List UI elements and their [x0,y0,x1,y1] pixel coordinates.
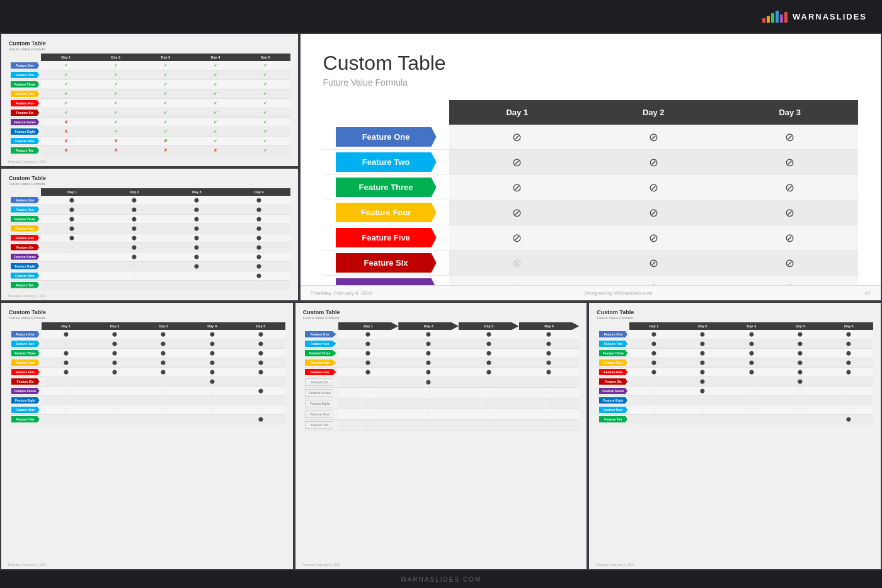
bottom-bar: WARNASLIDES.COM [0,570,882,588]
table-row: Feature Four ⊘ ⊘ ⊘ [323,200,858,225]
slide-small-mid-inner: Custom Table Future Value Formula Day 1 … [1,169,298,301]
col-day1: Day 1 [41,54,91,61]
main-feature-table: Day 1 Day 2 Day 3 Feature One ⊘ ⊘ ⊘ Feat… [323,100,858,302]
table-row: Feature Eight◌◌◌◌◌ [597,396,873,405]
table-row: Feature Six ◌ ⬤ ⬤ ⬤ [9,242,290,252]
feature-label: Feature One [11,62,39,69]
logo-bar-1 [762,18,765,23]
slide-mid-subtitle: Future Value Formula [9,182,290,186]
table-row: Feature One ✔ ✔ ✔ ✔ ✔ [9,61,290,71]
logo-bar-6 [784,12,788,23]
table-row: Feature Five ✔ ✔ ✔ ✔ ✔ [9,99,290,108]
bottom-table-3: Day 1 Day 2 Day 3 Day 4 Day 5 Feature On… [597,322,873,424]
table-row: Feature Six◌⬤◌⬤◌ [597,377,873,387]
table-row: Feature Six ✔ ✔ ✔ ✔ ✔ [9,108,290,118]
left-column: Custom Table Future Value Formula Day 1 … [0,33,299,302]
table-row: Feature Seven◌◌◌◌ [303,388,580,399]
table-row: Feature Five⬤⬤⬤⬤ [303,368,580,377]
table-row: Feature Seven◌◌◌◌⬤ [9,387,285,396]
feature-three-label: Feature Three [336,178,437,197]
table-row: Feature Two◌⬤⬤⬤⬤ [9,339,285,349]
bottom-table-1: Day 1 Day 2 Day 3 Day 4 Day 5 Feature On… [9,322,285,424]
table-row: Feature Seven ✘ ✔ ✔ ✔ ✔ [9,118,290,127]
slide-main: Custom Table Future Value Formula Day 1 … [299,33,882,302]
slide-small-top: Custom Table Future Value Formula Day 1 … [0,33,299,167]
logo-bar-4 [776,11,779,23]
x-icon: ⊗ [512,257,522,269]
table-row: Feature Three⬤⬤⬤⬤⬤ [597,349,873,358]
bottom-1-inner: Custom Table Future Value Formula Day 1 … [1,303,293,569]
logo-icon [762,10,788,23]
table-row: Feature Nine◌◌◌◌ [303,409,580,420]
table-row: Feature Ten ✘ ✘ ✘ ✘ ✔ [9,146,290,155]
check-icon: ✔ [64,63,68,67]
table-row: Feature Three⬤⬤⬤⬤⬤ [9,349,285,358]
table-row: Feature One ⬤ ⬤ ⬤ ⬤ [9,196,290,205]
table-row: Feature Three ✔ ✔ ✔ ✔ ✔ [9,80,290,89]
table-row: Feature Ten ◌ ◌ ◌ ◌ [9,280,290,290]
small-table-mid: Day 1 Day 2 Day 3 Day 4 Feature One ⬤ ⬤ … [9,188,290,290]
slide-footer-date2: Thursday, February 6, 2020 [8,294,46,298]
table-row: Feature Ten◌◌◌◌⬤ [597,415,873,424]
slide-small-top-inner: Custom Table Future Value Formula Day 1 … [1,34,298,166]
table-row: Feature Six◌⬤◌◌ [303,377,580,388]
table-row: Feature Four⬤⬤⬤⬤⬤ [9,358,285,368]
table-row: Feature Two⬤⬤⬤⬤ [303,339,580,349]
table-row: Feature Seven ◌ ⬤ ⬤ ⬤ [9,252,290,261]
col-day4: Day 4 [190,54,240,61]
table-row: Feature Nine◌◌◌◌◌ [9,405,285,415]
table-row: Feature One⬤⬤⬤⬤ [303,330,580,339]
table-row: Feature One⬤⬤⬤⬤⬤ [597,330,873,339]
table-row: Feature Six ⊗ ⊘ ⊘ [323,251,858,276]
slide-small-mid: Custom Table Future Value Formula Day 1 … [0,167,299,302]
slide-bottom-1: Custom Table Future Value Formula Day 1 … [0,302,294,570]
main-col-day1: Day 1 [449,100,585,125]
footer-page: 47 [865,290,871,296]
table-row: Feature Four⬤⬤⬤⬤ [303,358,580,368]
slide-small-top-title: Custom Table [9,40,290,47]
small-table-top: Day 1 Day 2 Day 3 Day 4 Day 5 Feature On… [9,54,290,155]
table-row: Feature Nine◌◌◌◌◌ [597,405,873,415]
b3-subtitle: Future Value Formula [597,316,873,320]
logo-bar-5 [780,14,783,23]
table-row: Feature Three ⬤ ⬤ ⬤ ⬤ [9,214,290,223]
feature-one-label: Feature One [336,127,437,147]
main-slide-footer: Thursday, February 6, 2020 Designed by W… [301,285,881,300]
table-row: Feature Five ⊘ ⊘ ⊘ [323,225,858,251]
table-row: Feature Five ⬤ ⬤ ⬤ ⬤ [9,233,290,242]
feature-five-label: Feature Five [336,228,437,247]
main-slide-content: Custom Table Future Value Formula Day 1 … [301,34,881,300]
table-row: Feature Eight◌◌◌◌ [303,399,580,409]
table-row: Feature Five⬤⬤⬤⬤⬤ [597,368,873,377]
col-day3: Day 3 [140,54,190,61]
table-row: Feature Four ✔ ✔ ✔ ✔ ✔ [9,89,290,99]
brand-name: WARNASLIDES [793,12,867,21]
logo-area: WARNASLIDES [762,10,867,23]
slides-grid: Custom Table Future Value Formula Day 1 … [0,33,882,570]
footer-credit: Designed by Warnaslides.com [585,290,653,296]
logo-bar-3 [771,13,774,23]
website-text: WARNASLIDES.COM [401,576,482,583]
table-row: Feature Ten◌◌◌◌ [303,420,580,431]
bottom-slides-row: Custom Table Future Value Formula Day 1 … [0,302,882,570]
slide-small-top-subtitle: Future Value Formula [9,47,290,51]
main-title: Custom Table [323,52,858,75]
logo-bar-2 [767,16,770,23]
b3-title: Custom Table [597,309,873,315]
b1-footer: Thursday, February 6, 2020 [8,563,46,567]
table-row: Feature Eight ◌ ◌ ⬤ ⬤ [9,261,290,271]
footer-date: Thursday, February 6, 2020 [311,290,372,296]
table-row: Feature Two ⊘ ⊘ ⊘ [323,150,858,175]
b3-footer: Thursday, February 6, 2020 [595,563,634,567]
b2-title: Custom Table [303,309,580,315]
table-row: Feature Two ⬤ ⬤ ⬤ ⬤ [9,205,290,214]
slide-bottom-2: Custom Table Future Value Formula Day 1 … [294,302,588,570]
table-row: Feature Two ✔ ✔ ✔ ✔ ✔ [9,71,290,80]
table-row: Feature Six◌◌◌⬤◌ [9,377,285,387]
b2-subtitle: Future Value Formula [303,316,580,320]
table-row: Feature Eight◌◌◌◌◌ [9,396,285,405]
table-row: Feature Two⬤⬤⬤⬤⬤ [597,339,873,349]
main-col-day3: Day 3 [722,100,859,125]
col-day5: Day 5 [240,54,290,61]
b1-title: Custom Table [9,309,285,315]
